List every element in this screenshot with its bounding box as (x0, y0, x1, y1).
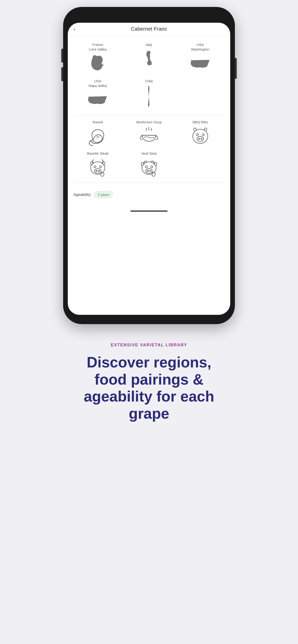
region-italy-label: Italy (146, 42, 152, 47)
food-bbq-ribs-label: BBQ Ribs (193, 120, 208, 124)
region-chile-label: Chile (145, 79, 153, 84)
food-bavette-steak[interactable]: Bavette Steak (73, 152, 122, 178)
promo-title: Discover regions, food pairings & ageabi… (77, 354, 221, 422)
svg-point-17 (146, 169, 152, 174)
chile-map-icon (137, 85, 161, 106)
ageability-row: Ageability: 2 years (73, 188, 225, 200)
region-chile[interactable]: Chile (125, 79, 174, 110)
home-indicator (68, 207, 230, 214)
mushroom-soup-icon (137, 126, 161, 147)
bbq-ribs-icon (189, 126, 212, 147)
volume-up-button (61, 49, 63, 62)
content-area: France Loire Valley Italy (68, 36, 230, 207)
svg-point-15 (145, 166, 147, 168)
region-italy[interactable]: Italy (125, 42, 174, 74)
food-ravioli[interactable]: Ravioli (73, 120, 122, 147)
region-usa-washington[interactable]: USA Washington (176, 42, 225, 74)
food-veal-stew-label: Veal Stew (141, 152, 157, 155)
svg-point-18 (147, 170, 148, 172)
france-map-icon (86, 53, 109, 74)
region-usa-napa-label: USA Napa Valley (88, 79, 107, 88)
promo-subtitle: EXTENSIVE VARIETAL LIBRARY (77, 343, 221, 348)
ageability-label: Ageability: (73, 192, 91, 197)
svg-point-12 (98, 170, 100, 172)
svg-point-19 (150, 170, 151, 172)
svg-point-3 (202, 134, 204, 136)
nav-bar: ‹ Cabernet Franc (68, 23, 230, 36)
food-ravioli-label: Ravioli (93, 120, 103, 124)
usa-napa-map-icon (86, 90, 109, 110)
power-button (235, 58, 237, 79)
italy-map-icon (137, 49, 161, 70)
volume-down-button (61, 67, 63, 81)
region-usa-washington-label: USA Washington (191, 42, 209, 52)
bavette-steak-icon (86, 157, 109, 178)
region-grid-row1: France Loire Valley Italy (73, 42, 225, 74)
region-usa-napa[interactable]: USA Napa Valley (73, 79, 122, 110)
home-bar (130, 210, 168, 212)
divider-1 (73, 115, 225, 116)
phone-notch (128, 14, 170, 20)
back-button[interactable]: ‹ (73, 26, 75, 33)
phone-screen: ‹ Cabernet Franc France Loire Valley (68, 23, 230, 315)
svg-point-2 (196, 134, 198, 136)
svg-point-4 (197, 136, 203, 142)
food-mushroom-soup[interactable]: Mushroom Soup (125, 120, 174, 147)
ageability-badge: 2 years (94, 191, 113, 198)
veal-stew-icon (137, 157, 161, 178)
food-mushroom-soup-label: Mushroom Soup (136, 120, 162, 124)
ravioli-icon (86, 126, 109, 147)
svg-point-10 (95, 169, 101, 174)
svg-point-5 (198, 138, 200, 139)
food-veal-stew[interactable]: Veal Stew (125, 152, 174, 178)
svg-point-8 (94, 166, 96, 168)
food-bavette-steak-label: Bavette Steak (87, 152, 109, 155)
page-title: Cabernet Franc (131, 26, 167, 32)
region-france-loire[interactable]: France Loire Valley (73, 42, 122, 74)
promo-section: EXTENSIVE VARIETAL LIBRARY Discover regi… (63, 324, 235, 436)
svg-point-11 (96, 170, 97, 172)
region-france-loire-label: France Loire Valley (89, 42, 107, 52)
svg-point-16 (151, 166, 153, 168)
phone-shell: ‹ Cabernet Franc France Loire Valley (63, 7, 235, 324)
divider-2 (73, 183, 225, 183)
food-bbq-ribs[interactable]: BBQ Ribs (176, 120, 225, 147)
svg-point-9 (100, 166, 102, 168)
svg-point-6 (201, 138, 202, 139)
usa-washington-map-icon (189, 53, 212, 74)
food-grid: Ravioli Mushroom Soup (73, 120, 225, 178)
region-grid-row2: USA Napa Valley Chile (73, 79, 225, 110)
